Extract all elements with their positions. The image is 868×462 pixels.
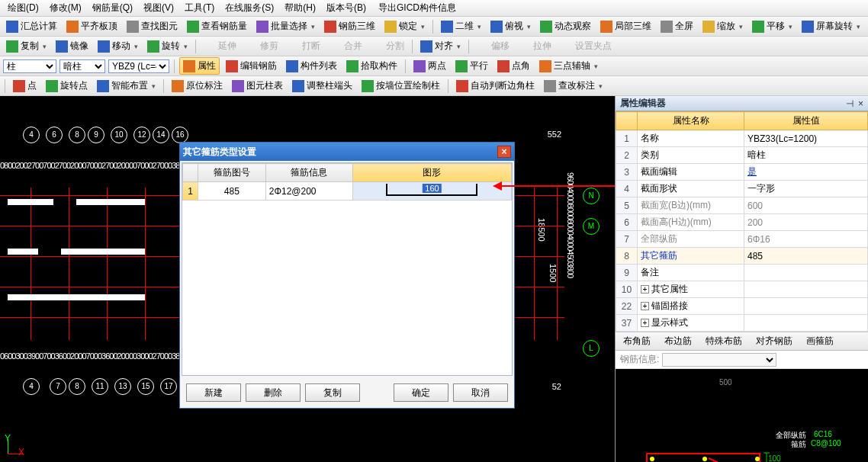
btn-smart-place[interactable]: 智能布置 (94, 78, 159, 94)
prop-name-cell[interactable]: 截面编辑 (638, 164, 744, 181)
btn-trim[interactable]: 修剪 (243, 38, 281, 54)
expand-icon[interactable]: + (641, 285, 649, 294)
prop-value-cell[interactable] (744, 315, 868, 332)
btn-3pt-axis[interactable]: 三点辅轴 (536, 58, 601, 74)
prop-value-cell[interactable]: YBZ33(Lc=1200) (744, 130, 868, 147)
btn-align-slab[interactable]: 平齐板顶 (63, 18, 121, 34)
sel-category[interactable]: 柱 (3, 59, 56, 73)
col-code[interactable]: 箍筋图号 (198, 164, 266, 182)
prop-name-cell[interactable]: 名称 (638, 130, 744, 147)
tab-special[interactable]: 特殊布筋 (702, 332, 745, 350)
btn-point-angle[interactable]: 点角 (494, 58, 533, 74)
btn-rebar-3d[interactable]: 钢筋三维 (321, 18, 378, 34)
col-info[interactable]: 箍筋信息 (265, 164, 352, 182)
prop-row-num[interactable]: 8 (616, 248, 638, 265)
copy-button[interactable]: 复制 (305, 383, 360, 402)
btn-local-3d[interactable]: 局部三维 (597, 18, 654, 34)
drawing-canvas[interactable]: 4 6 8 9 10 12 14 16 08002002700700270020… (0, 96, 615, 462)
prop-name-cell[interactable]: 备注 (638, 265, 744, 281)
btn-calc[interactable]: 汇总计算 (3, 18, 60, 34)
btn-two-point[interactable]: 两点 (410, 58, 449, 74)
prop-value-cell[interactable]: 一字形 (744, 181, 868, 197)
btn-rotate-point[interactable]: 旋转点 (43, 78, 91, 94)
property-editor-header[interactable]: 属性编辑器 ⊣ × (616, 96, 868, 111)
prop-value-cell[interactable]: 暗柱 (744, 147, 868, 164)
ok-button[interactable]: 确定 (394, 383, 448, 402)
delete-button[interactable]: 删除 (246, 383, 301, 402)
btn-auto-corner[interactable]: 自动判断边角柱 (453, 78, 538, 94)
prop-name-cell[interactable]: 截面宽(B边)(mm) (638, 197, 744, 214)
menu-modify[interactable]: 修改(M) (45, 0, 86, 16)
btn-pick-comp[interactable]: 拾取构件 (343, 58, 400, 74)
menu-view[interactable]: 视图(V) (139, 0, 178, 16)
prop-name-cell[interactable]: 类别 (638, 147, 744, 164)
menu-online[interactable]: 在线服务(S) (220, 0, 278, 16)
btn-2d[interactable]: 二维 (438, 18, 484, 34)
btn-point[interactable]: 点 (10, 78, 40, 94)
prop-value-cell[interactable] (744, 281, 868, 298)
btn-copy[interactable]: 复制 (3, 38, 50, 54)
prop-value-cell[interactable]: 6Φ16 (744, 231, 868, 248)
btn-align[interactable]: 对齐 (417, 38, 464, 54)
rebar-info-select[interactable] (662, 353, 776, 367)
shape-value[interactable]: 160 (423, 184, 441, 193)
prop-value-cell[interactable]: 600 (744, 197, 868, 214)
prop-row-num[interactable]: 9 (616, 265, 638, 281)
tab-align-rebar[interactable]: 对齐钢筋 (753, 332, 796, 350)
btn-pan[interactable]: 平移 (749, 18, 796, 34)
btn-move[interactable]: 移动 (95, 38, 141, 54)
row-number[interactable]: 1 (183, 182, 198, 201)
menu-draw[interactable]: 绘图(D) (3, 0, 43, 16)
btn-adjust-end[interactable]: 调整柱端头 (289, 78, 355, 94)
btn-lock[interactable]: 锁定 (381, 18, 428, 34)
btn-orbit[interactable]: 动态观察 (537, 18, 594, 34)
btn-draw-by-wall[interactable]: 按墙位置绘制柱 (358, 78, 443, 94)
cell-shape[interactable]: 160 (352, 182, 511, 201)
btn-find[interactable]: 查找图元 (124, 18, 181, 34)
dialog-titlebar[interactable]: 其它箍筋类型设置 × (180, 143, 514, 161)
btn-grips[interactable]: 设置夹点 (558, 38, 615, 54)
btn-fullscreen[interactable]: 全屏 (657, 18, 696, 34)
btn-batch-select[interactable]: 批量选择 (253, 18, 318, 34)
btn-rotate-screen[interactable]: 屏幕旋转 (799, 18, 863, 34)
btn-parallel[interactable]: 平行 (452, 58, 491, 74)
menu-rebar[interactable]: 钢筋量(Q) (88, 0, 137, 16)
btn-extend[interactable]: 延伸 (201, 38, 240, 54)
prop-name-cell[interactable]: +其它属性 (638, 281, 744, 298)
prop-name-cell[interactable]: 全部纵筋 (638, 231, 744, 248)
new-button[interactable]: 新建 (186, 383, 241, 402)
prop-value-cell[interactable] (744, 298, 868, 315)
prop-name-cell[interactable]: 截面形状 (638, 181, 744, 197)
pin-icon[interactable]: ⊣ (846, 98, 854, 109)
btn-break[interactable]: 打断 (285, 38, 323, 54)
prop-value-cell[interactable]: 200 (744, 214, 868, 231)
prop-value-cell[interactable]: 485 (744, 248, 868, 265)
btn-zoom[interactable]: 缩放 (699, 18, 746, 34)
prop-name-cell[interactable]: 截面高(H边)(mm) (638, 214, 744, 231)
col-prop-name[interactable]: 属性名称 (638, 112, 744, 130)
prop-name-cell[interactable]: 其它箍筋 (638, 248, 744, 265)
prop-value-cell[interactable]: 是 (744, 164, 868, 181)
btn-top-view[interactable]: 俯视 (487, 18, 534, 34)
cell-code[interactable]: 485 (198, 182, 266, 201)
prop-row-num[interactable]: 37 (616, 315, 638, 332)
close-button[interactable]: × (497, 146, 511, 158)
prop-row-num[interactable]: 1 (616, 130, 638, 147)
tab-edge[interactable]: 布边筋 (661, 332, 695, 350)
expand-icon[interactable]: + (641, 302, 649, 310)
col-shape[interactable]: 图形 (352, 164, 511, 182)
btn-mirror[interactable]: 镜像 (53, 38, 92, 54)
btn-stretch[interactable]: 拉伸 (516, 38, 555, 54)
close-icon[interactable]: × (858, 98, 863, 109)
prop-row-num[interactable]: 7 (616, 231, 638, 248)
btn-properties[interactable]: 属性 (179, 57, 220, 75)
prop-value-cell[interactable] (744, 265, 868, 281)
btn-comp-list[interactable]: 构件列表 (283, 58, 340, 74)
btn-merge[interactable]: 合并 (326, 38, 365, 54)
tab-corner[interactable]: 布角筋 (620, 332, 654, 350)
prop-row-num[interactable]: 5 (616, 197, 638, 214)
btn-col-table[interactable]: 图元柱表 (229, 78, 286, 94)
col-prop-value[interactable]: 属性值 (744, 112, 868, 130)
prop-row-num[interactable]: 2 (616, 147, 638, 164)
menu-help[interactable]: 帮助(H) (280, 0, 320, 16)
